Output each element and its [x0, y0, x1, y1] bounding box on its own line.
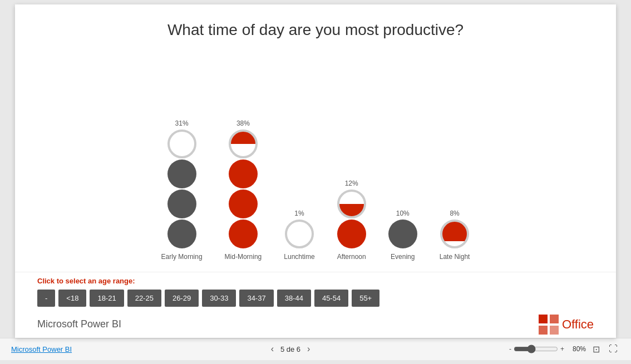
circle: [167, 129, 196, 158]
circle: [337, 190, 366, 218]
nav-bar: Microsoft Power BI ‹ 5 de 6 › - + 80% ⊡ …: [0, 338, 631, 360]
zoom-plus[interactable]: +: [560, 345, 564, 353]
bar-column-afternoon: 12% Afternoon: [337, 179, 366, 261]
circle: [440, 220, 469, 248]
fit-page-button[interactable]: ⊡: [590, 343, 602, 356]
age-btn-lt18[interactable]: <18: [58, 290, 86, 307]
main-content: What time of day are you most productive…: [15, 4, 616, 272]
circles-mid-morning: [229, 129, 258, 248]
age-btn-45-54[interactable]: 45-54: [314, 290, 348, 307]
zoom-controls: - + 80%: [509, 345, 586, 353]
powerbi-label: Microsoft Power BI: [37, 318, 121, 330]
svg-rect-1: [550, 315, 559, 323]
circle: [285, 220, 314, 248]
page-info: 5 de 6: [280, 345, 300, 353]
age-btn-26-29[interactable]: 26-29: [165, 290, 199, 307]
percentage-mid-morning: 38%: [236, 119, 250, 127]
label-evening: Evening: [391, 253, 415, 261]
svg-rect-3: [550, 326, 559, 335]
circle: [229, 190, 258, 218]
zoom-percentage: 80%: [566, 345, 586, 353]
age-range-label: Click to select an age range:: [37, 277, 594, 285]
percentage-lunchtime: 1%: [294, 210, 304, 217]
fullscreen-button[interactable]: ⛶: [607, 343, 620, 355]
percentage-afternoon: 12%: [345, 179, 358, 187]
circle: [388, 220, 417, 248]
office-logo: Office: [539, 315, 594, 335]
office-text: Office: [562, 317, 594, 332]
circles-lunchtime: [285, 220, 314, 248]
powerbi-link[interactable]: Microsoft Power BI: [11, 345, 72, 353]
next-page-button[interactable]: ›: [307, 344, 310, 354]
nav-center: ‹ 5 de 6 ›: [271, 344, 310, 354]
bottom-section: Click to select an age range: - <18 18-2…: [15, 272, 616, 338]
label-afternoon: Afternoon: [337, 253, 366, 261]
circle: [229, 129, 258, 158]
bar-column-lunchtime: 1% Lunchtime: [284, 210, 314, 261]
age-btn-34-37[interactable]: 34-37: [239, 290, 273, 307]
percentage-early-morning: 31%: [175, 119, 189, 127]
bar-column-mid-morning: 38% Mid-Morning: [225, 119, 262, 261]
circle: [337, 220, 366, 248]
label-early-morning: Early Morning: [161, 253, 203, 261]
slide-container: What time of day are you most productive…: [15, 4, 616, 338]
age-btn-all[interactable]: -: [37, 290, 55, 307]
age-buttons-row: - <18 18-21 22-25 26-29 30-33 34-37 38-4…: [37, 290, 594, 307]
chart-title: What time of day are you most productive…: [37, 21, 594, 39]
circle: [229, 220, 258, 248]
label-late-night: Late Night: [440, 253, 470, 261]
zoom-slider[interactable]: [514, 345, 558, 353]
nav-right: - + 80% ⊡ ⛶: [509, 343, 620, 356]
circles-early-morning: [167, 129, 196, 248]
outer-wrapper: What time of day are you most productive…: [0, 0, 631, 364]
circles-evening: [388, 220, 417, 248]
age-btn-30-33[interactable]: 30-33: [202, 290, 236, 307]
label-mid-morning: Mid-Morning: [225, 253, 262, 261]
zoom-minus[interactable]: -: [509, 345, 511, 353]
office-icon: [539, 315, 559, 335]
bar-column-evening: 10% Evening: [388, 210, 417, 261]
circle: [167, 190, 196, 218]
age-btn-55plus[interactable]: 55+: [352, 290, 379, 307]
footer-row: Microsoft Power BI Office: [37, 312, 594, 338]
percentage-late-night: 8%: [450, 210, 459, 217]
age-btn-22-25[interactable]: 22-25: [127, 290, 161, 307]
circle: [229, 159, 258, 188]
label-lunchtime: Lunchtime: [284, 253, 314, 261]
chart-area: 31% Early Morning 38%: [37, 50, 594, 266]
prev-page-button[interactable]: ‹: [271, 344, 274, 354]
percentage-evening: 10%: [396, 210, 410, 217]
age-btn-18-21[interactable]: 18-21: [90, 290, 124, 307]
svg-rect-0: [539, 315, 548, 323]
circle: [167, 159, 196, 188]
circle: [167, 220, 196, 248]
svg-rect-2: [539, 326, 548, 335]
bar-column-early-morning: 31% Early Morning: [161, 119, 203, 261]
bar-column-late-night: 8% Late Night: [440, 210, 470, 261]
circles-late-night: [440, 220, 469, 248]
age-btn-38-44[interactable]: 38-44: [277, 290, 311, 307]
circles-afternoon: [337, 190, 366, 248]
